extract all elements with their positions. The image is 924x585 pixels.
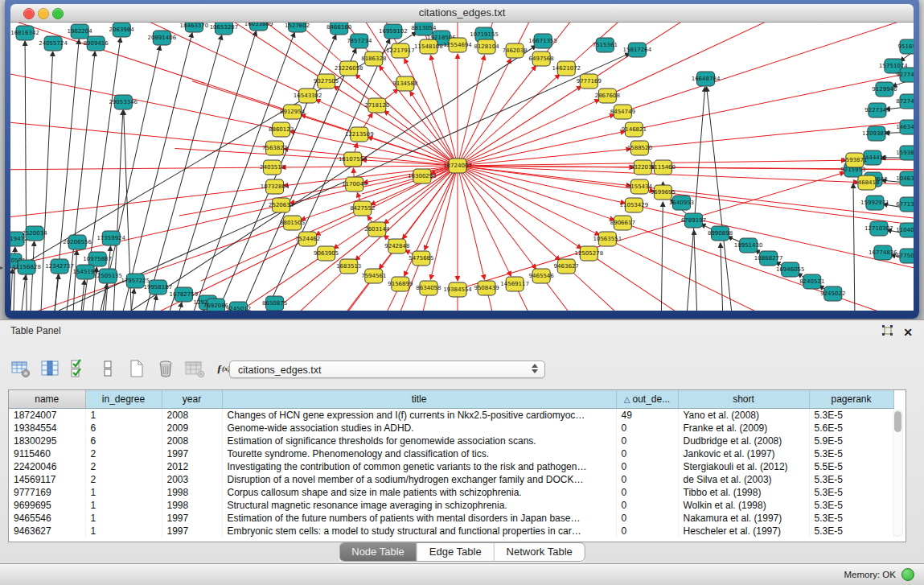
table-cell[interactable]: 2 [85, 473, 162, 486]
table-cell[interactable]: 19384554 [9, 422, 85, 435]
float-panel-icon[interactable] [881, 324, 893, 340]
table-cell[interactable]: Estimation of the future numbers of pati… [222, 512, 616, 525]
table-cell[interactable]: 0 [616, 447, 678, 460]
table-cell[interactable]: 0 [616, 460, 678, 473]
table-cell[interactable]: Tibbo et al. (1998) [678, 486, 809, 499]
table-cell[interactable]: 2009 [162, 422, 222, 435]
table-cell[interactable]: Wolkin et al. (1998) [678, 499, 809, 512]
select-columns-icon[interactable] [68, 357, 90, 380]
network-window-titlebar[interactable]: citations_edges.txt [10, 4, 914, 23]
table-cell[interactable]: 0 [616, 512, 678, 525]
column-header-short[interactable]: short [678, 390, 809, 409]
table-cell[interactable]: 0 [616, 422, 678, 435]
table-cell[interactable]: 5.3E-5 [809, 473, 893, 486]
table-cell[interactable]: Investigating the contribution of common… [222, 460, 616, 473]
table-cell[interactable]: 22420046 [9, 460, 85, 473]
table-cell[interactable]: 9699695 [9, 499, 85, 512]
table-row[interactable]: 946362711997Embryonic stem cells: a mode… [9, 525, 893, 538]
table-mode-icon[interactable] [10, 357, 32, 380]
table-cell[interactable]: 5.3E-5 [809, 409, 893, 422]
table-cell[interactable]: 1997 [162, 525, 222, 538]
table-row[interactable]: 1938455462009Genome-wide association stu… [9, 422, 893, 435]
memory-status-indicator-icon[interactable] [901, 568, 914, 581]
table-cell[interactable]: 1998 [162, 486, 222, 499]
scrollbar-thumb[interactable] [894, 411, 901, 432]
table-cell[interactable]: 1 [85, 486, 162, 499]
table-cell[interactable]: Genome-wide association studies in ADHD. [222, 422, 616, 435]
table-cell[interactable]: 0 [616, 499, 678, 512]
column-header-year[interactable]: year [162, 390, 222, 409]
table-cell[interactable]: Dudbridge et al. (2008) [678, 435, 809, 447]
table-selector-dropdown[interactable]: citations_edges.txt [229, 360, 545, 378]
table-cell[interactable]: 2008 [162, 435, 222, 447]
table-cell[interactable]: 5.6E-5 [809, 422, 893, 435]
network-canvas[interactable]: 1681634224055724196220489094162063984208… [10, 23, 914, 311]
table-cell[interactable]: Franke et al. (2009) [678, 422, 809, 435]
table-cell[interactable]: 1 [85, 512, 162, 525]
table-cell[interactable]: 1997 [162, 447, 222, 460]
column-header-title[interactable]: title [222, 390, 616, 409]
table-cell[interactable]: Yano et al. (2008) [678, 409, 809, 422]
table-cell[interactable]: 2008 [162, 409, 222, 422]
table-cell[interactable]: 0 [616, 435, 678, 447]
panel-expand-arrow-icon[interactable]: ▸ [0, 264, 3, 271]
table-row[interactable]: 1456911722003Disruption of a novel membe… [9, 473, 893, 486]
table-cell[interactable]: Embryonic stem cells: a model to study s… [222, 525, 616, 538]
table-cell[interactable]: 14569117 [9, 473, 85, 486]
table-cell[interactable]: 5.5E-5 [809, 460, 893, 473]
table-vertical-scrollbar[interactable] [893, 410, 903, 537]
create-column-icon[interactable] [125, 357, 148, 380]
table-cell[interactable]: 1 [85, 525, 162, 538]
table-cell[interactable]: 2003 [162, 473, 222, 486]
show-columns-icon[interactable] [39, 357, 61, 380]
table-row[interactable]: 946554611997Estimation of the future num… [9, 512, 893, 525]
table-row[interactable]: 1830029562008Estimation of significance … [9, 435, 893, 447]
table-cell[interactable]: 5.3E-5 [809, 499, 893, 512]
table-cell[interactable]: 0 [616, 525, 678, 538]
close-panel-icon[interactable]: ✕ [903, 327, 913, 338]
table-row[interactable]: 969969511998Structural magnetic resonanc… [9, 499, 893, 512]
table-cell[interactable]: Estimation of significance thresholds fo… [222, 435, 616, 447]
table-cell[interactable]: de Silva et al. (2003) [678, 473, 809, 486]
table-cell[interactable]: 1997 [162, 512, 222, 525]
table-cell[interactable]: 9465546 [9, 512, 85, 525]
tab-network-table[interactable]: Network Table [494, 543, 585, 561]
table-cell[interactable]: Corpus callosum shape and size in male p… [222, 486, 616, 499]
table-cell[interactable]: 5.9E-5 [809, 435, 893, 447]
column-header-pagerank[interactable]: pagerank [809, 390, 893, 409]
table-cell[interactable]: 5.3E-5 [809, 486, 893, 499]
table-cell[interactable]: Stergiakouli et al. (2012) [678, 460, 809, 473]
table-cell[interactable]: Jankovic et al. (1997) [678, 447, 809, 460]
table-cell[interactable]: 18724007 [9, 409, 85, 422]
table-cell[interactable]: Hescheler et al. (1997) [678, 525, 809, 538]
column-header-out_de[interactable]: △out_de... [616, 390, 678, 409]
table-row[interactable]: 1872400712008Changes of HCN gene express… [9, 409, 893, 422]
row-options-icon[interactable] [97, 357, 119, 380]
tab-edge-table[interactable]: Edge Table [417, 543, 494, 561]
table-cell[interactable]: Tourette syndrome. Phenomenology and cla… [222, 447, 616, 460]
table-cell[interactable]: 1998 [162, 499, 222, 512]
table-cell[interactable]: 6 [85, 422, 162, 435]
column-header-name[interactable]: name [9, 390, 85, 409]
table-cell[interactable]: 1 [85, 409, 162, 422]
table-cell[interactable]: 9463627 [9, 525, 85, 538]
table-cell[interactable]: 5.3E-5 [809, 525, 893, 538]
table-cell[interactable]: 2 [85, 460, 162, 473]
table-cell[interactable]: Structural magnetic resonance image aver… [222, 499, 616, 512]
table-cell[interactable]: 0 [616, 486, 678, 499]
table-cell[interactable]: 9115460 [9, 447, 85, 460]
table-row[interactable]: 2242004622012Investigating the contribut… [9, 460, 893, 473]
column-header-in_degree[interactable]: in_degree [85, 390, 162, 409]
table-row[interactable]: 911546021997Tourette syndrome. Phenomeno… [9, 447, 893, 460]
tab-node-table[interactable]: Node Table [339, 543, 417, 561]
table-cell[interactable]: 49 [616, 409, 678, 422]
table-cell[interactable]: 5.3E-5 [809, 447, 893, 460]
table-cell[interactable]: 2 [85, 447, 162, 460]
table-cell[interactable]: 1 [85, 499, 162, 512]
delete-column-icon[interactable] [154, 357, 177, 380]
table-cell[interactable]: Nakamura et al. (1997) [678, 512, 809, 525]
table-cell[interactable]: 5.3E-5 [809, 512, 893, 525]
table-cell[interactable]: 9777169 [9, 486, 85, 499]
table-cell[interactable]: 18300295 [9, 435, 85, 447]
table-cell[interactable]: 2012 [162, 460, 222, 473]
